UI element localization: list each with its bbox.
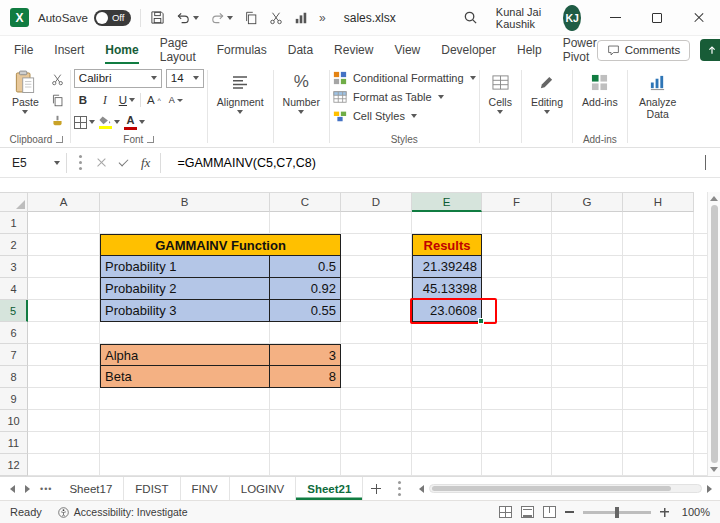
cell-A3[interactable] [28,256,100,278]
cell-F7[interactable] [482,344,552,366]
menu-tab-power-pivot[interactable]: Power Pivot [563,36,597,64]
cell-E12[interactable] [412,454,482,476]
menu-tab-data[interactable]: Data [288,36,313,64]
cell-A4[interactable] [28,278,100,300]
cancel-button[interactable] [97,158,106,167]
row-header-2[interactable]: 2 [0,234,28,256]
scroll-right-icon[interactable] [707,485,712,493]
cell-C8[interactable]: 8 [270,366,341,388]
column-header-B[interactable]: B [100,192,270,212]
cell-D5[interactable] [341,300,412,322]
row-header-3[interactable]: 3 [0,256,28,278]
cell-H5[interactable] [623,300,694,322]
cell-F10[interactable] [482,410,552,432]
font-color-button[interactable]: A [124,114,145,131]
row-header-5[interactable]: 5 [0,300,28,322]
cell-C10[interactable] [270,410,341,432]
cell-C4[interactable]: 0.92 [270,278,341,300]
cell-B6[interactable] [100,322,270,344]
cell-D6[interactable] [341,322,412,344]
cell-F2[interactable] [482,234,552,256]
sheet-overflow-button[interactable]: ••• [40,477,58,500]
cell-D3[interactable] [341,256,412,278]
font-size-select[interactable]: 14 [166,69,204,88]
row-header-1[interactable]: 1 [0,212,28,234]
cell-A5[interactable] [28,300,100,322]
cell-A6[interactable] [28,322,100,344]
new-sheet-button[interactable] [363,477,389,500]
chart-button[interactable] [294,11,308,25]
row-header-4[interactable]: 4 [0,278,28,300]
cell-styles-button[interactable]: Cell Styles [333,106,417,125]
cell-B2[interactable]: GAMMAINV Function [100,234,341,256]
analyze-data-button[interactable]: Analyze Data [631,68,685,122]
cell-C6[interactable] [270,322,341,344]
cell-H9[interactable] [623,388,694,410]
autosave-switch[interactable]: Off [94,10,132,26]
cell-B9[interactable] [100,388,270,410]
vertical-scrollbar[interactable] [707,192,720,476]
cell-E5[interactable]: 23.0608 [412,300,482,322]
decrease-font-button[interactable]: A [167,92,185,109]
cell-H10[interactable] [623,410,694,432]
column-header-H[interactable]: H [623,192,694,212]
cell-C1[interactable] [270,212,341,234]
column-header-A[interactable]: A [28,192,100,212]
row-header-9[interactable]: 9 [0,388,28,410]
cell-G1[interactable] [552,212,623,234]
menu-tab-formulas[interactable]: Formulas [217,36,267,64]
cell-D7[interactable] [341,344,412,366]
cell-B3[interactable]: Probability 1 [100,256,270,278]
column-header-G[interactable]: G [552,192,623,212]
cell-B12[interactable] [100,454,270,476]
maximize-button[interactable] [636,0,678,36]
cut-button[interactable] [49,71,67,88]
row-header-8[interactable]: 8 [0,366,28,388]
previous-sheet-icon[interactable] [10,485,15,493]
cell-G7[interactable] [552,344,623,366]
cell-D2[interactable] [341,234,412,256]
redo-button[interactable] [210,10,233,25]
column-header-F[interactable]: F [482,192,552,212]
close-button[interactable] [678,0,720,36]
cell-F5[interactable] [482,300,552,322]
cell-D9[interactable] [341,388,412,410]
borders-button[interactable] [74,114,95,131]
search-button[interactable] [463,10,478,25]
row-header-12[interactable]: 12 [0,454,28,476]
dialog-launcher-icon[interactable] [56,136,63,143]
cell-B7[interactable]: Alpha [100,344,270,366]
page-layout-view-button[interactable] [521,506,534,518]
format-painter-button[interactable] [49,113,67,130]
zoom-level[interactable]: 100% [678,506,710,518]
editing-button[interactable]: Editing [525,68,569,116]
share-button[interactable] [700,39,720,61]
zoom-slider[interactable] [583,511,651,514]
cell-A8[interactable] [28,366,100,388]
cell-C3[interactable]: 0.5 [270,256,341,278]
cell-B5[interactable]: Probability 3 [100,300,270,322]
normal-view-button[interactable] [499,506,512,518]
cell-A12[interactable] [28,454,100,476]
cell-G6[interactable] [552,322,623,344]
cell-H7[interactable] [623,344,694,366]
cell-F4[interactable] [482,278,552,300]
undo-button[interactable] [176,10,199,25]
cell-A7[interactable] [28,344,100,366]
cell-G4[interactable] [552,278,623,300]
cell-G9[interactable] [552,388,623,410]
cell-H3[interactable] [623,256,694,278]
cell-F8[interactable] [482,366,552,388]
copy-button[interactable] [49,92,67,109]
fill-handle[interactable] [478,318,484,324]
scroll-left-icon[interactable] [419,485,424,493]
row-header-7[interactable]: 7 [0,344,28,366]
cell-B11[interactable] [100,432,270,454]
zoom-in-button[interactable] [660,508,669,517]
fill-color-button[interactable] [99,114,120,131]
all-sheets-button[interactable] [389,477,409,500]
cell-C5[interactable]: 0.55 [270,300,341,322]
menu-tab-help[interactable]: Help [517,36,542,64]
page-break-view-button[interactable] [543,506,556,518]
bold-button[interactable]: B [74,92,92,109]
